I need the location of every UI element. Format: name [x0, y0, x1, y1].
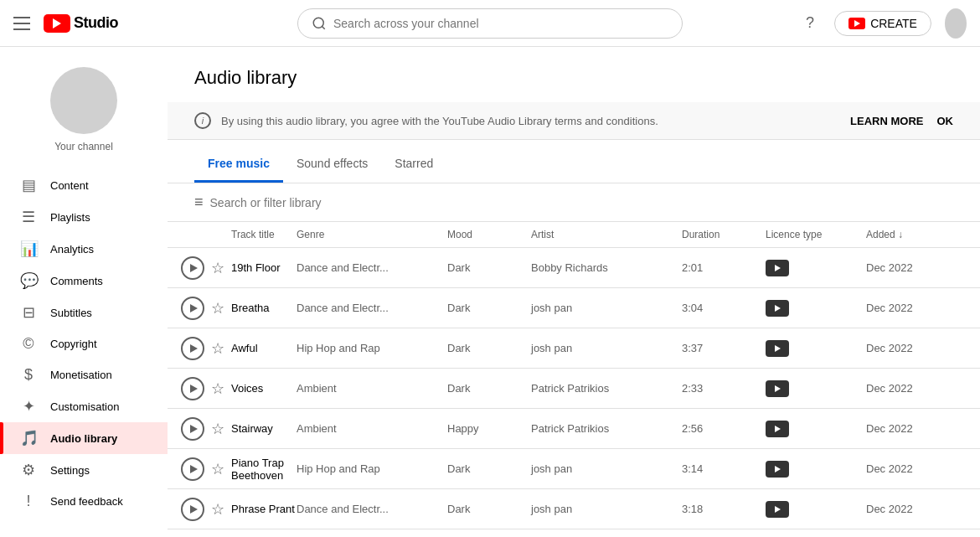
youtube-license-icon	[766, 300, 789, 317]
star-button[interactable]: ☆	[211, 420, 224, 438]
sidebar-item-settings[interactable]: ⚙ Settings	[0, 454, 168, 486]
track-added: Dec 2022	[866, 342, 967, 354]
star-button[interactable]: ☆	[211, 380, 224, 398]
learn-more-button[interactable]: LEARN MORE	[850, 115, 923, 127]
info-banner-left: i By using this audio library, you agree…	[194, 112, 658, 129]
info-banner-right: LEARN MORE OK	[850, 115, 953, 127]
play-button[interactable]	[181, 457, 204, 481]
page-header: Audio library	[168, 47, 980, 102]
track-duration: 3:04	[682, 302, 766, 314]
track-duration: 3:14	[682, 462, 766, 475]
header-search	[181, 8, 799, 39]
track-genre: Hip Hop and Rap	[297, 342, 447, 354]
logo-text: Studio	[74, 14, 118, 32]
track-artist: Patrick Patrikios	[531, 382, 682, 395]
sidebar-label-audio-library: Audio library	[50, 432, 117, 445]
star-button[interactable]: ☆	[211, 339, 224, 358]
sidebar-item-content[interactable]: ▤ Content	[0, 169, 168, 201]
track-license	[766, 501, 866, 518]
svg-line-1	[322, 26, 324, 28]
info-icon: i	[194, 112, 211, 129]
sidebar: Your channel ▤ Content ☰ Playlists 📊 Ana…	[0, 47, 168, 537]
tab-sound-effects[interactable]: Sound effects	[283, 147, 381, 183]
feedback-icon: !	[20, 493, 37, 510]
search-input[interactable]	[333, 17, 668, 30]
audio-library-icon: 🎵	[20, 429, 37, 447]
tab-free-music[interactable]: Free music	[194, 147, 283, 183]
search-box	[297, 8, 683, 39]
track-genre: Ambient	[297, 422, 447, 435]
sidebar-item-send-feedback[interactable]: ! Send feedback	[0, 486, 168, 517]
sidebar-item-customisation[interactable]: ✦ Customisation	[0, 390, 168, 422]
play-button[interactable]	[181, 377, 204, 400]
track-table: ☆ 19th Floor Dance and Electr... Dark Bo…	[168, 248, 980, 537]
col-header-genre: Genre	[297, 229, 447, 240]
track-title: Voices	[231, 382, 297, 395]
sidebar-item-monetisation[interactable]: $ Monetisation	[0, 359, 168, 390]
row-controls: ☆	[181, 498, 231, 521]
ok-button[interactable]: OK	[937, 115, 954, 127]
play-button[interactable]	[181, 417, 204, 441]
track-genre: Dance and Electr...	[297, 503, 447, 515]
create-label: CREATE	[870, 17, 917, 30]
track-artist: josh pan	[531, 302, 682, 314]
track-license	[766, 421, 866, 437]
avatar[interactable]	[945, 8, 967, 39]
star-button[interactable]: ☆	[211, 500, 224, 519]
profile-section: Your channel	[0, 54, 168, 169]
tab-starred[interactable]: Starred	[381, 147, 446, 183]
analytics-icon: 📊	[20, 240, 37, 258]
track-license	[766, 461, 866, 478]
profile-avatar[interactable]	[50, 67, 117, 134]
sidebar-item-audio-library[interactable]: 🎵 Audio library	[0, 422, 168, 454]
track-duration: 2:56	[682, 422, 766, 435]
track-license	[766, 380, 866, 397]
track-duration: 3:18	[682, 503, 766, 515]
track-artist: josh pan	[531, 342, 682, 354]
header-left: Studio	[13, 14, 181, 33]
sidebar-item-playlists[interactable]: ☰ Playlists	[0, 201, 168, 233]
play-button[interactable]	[181, 297, 204, 320]
row-controls: ☆	[181, 417, 231, 441]
help-button[interactable]: ?	[799, 8, 821, 39]
track-duration: 2:01	[682, 261, 766, 274]
track-title: Breatha	[231, 302, 297, 314]
sidebar-label-settings: Settings	[50, 464, 90, 477]
sidebar-label-customisation: Customisation	[50, 400, 119, 413]
table-row: ☆ Voices Ambient Dark Patrick Patrikios …	[168, 369, 980, 409]
star-button[interactable]: ☆	[211, 460, 224, 478]
play-button[interactable]	[181, 256, 204, 280]
col-header-controls	[181, 229, 231, 240]
track-mood: Dark	[447, 462, 531, 475]
menu-button[interactable]	[13, 17, 30, 30]
sidebar-label-content: Content	[50, 179, 89, 192]
customisation-icon: ✦	[20, 397, 37, 416]
track-license	[766, 300, 866, 317]
filter-input[interactable]	[210, 196, 953, 209]
star-button[interactable]: ☆	[211, 259, 224, 277]
track-mood: Dark	[447, 302, 531, 314]
info-banner: i By using this audio library, you agree…	[168, 102, 980, 140]
track-license	[766, 340, 866, 357]
track-added: Dec 2022	[866, 422, 967, 435]
play-button[interactable]	[181, 498, 204, 521]
create-button[interactable]: CREATE	[834, 11, 931, 36]
track-genre: Hip Hop and Rap	[297, 462, 447, 475]
sidebar-item-analytics[interactable]: 📊 Analytics	[0, 233, 168, 265]
search-icon	[312, 16, 327, 31]
star-button[interactable]: ☆	[211, 299, 224, 318]
create-icon	[848, 18, 865, 29]
track-artist: josh pan	[531, 462, 682, 475]
col-header-duration: Duration	[682, 229, 766, 240]
sidebar-item-subtitles[interactable]: ⊟ Subtitles	[0, 297, 168, 328]
logo[interactable]: Studio	[44, 14, 118, 33]
track-mood: Dark	[447, 503, 531, 515]
sidebar-item-comments[interactable]: 💬 Comments	[0, 265, 168, 297]
play-button[interactable]	[181, 337, 204, 360]
sidebar-item-copyright[interactable]: © Copyright	[0, 328, 168, 359]
col-header-added[interactable]: Added ↓	[866, 229, 967, 240]
col-header-license: Licence type	[766, 229, 866, 240]
track-title: Stairway	[231, 422, 297, 435]
sidebar-label-copyright: Copyright	[50, 338, 97, 350]
table-row: ☆ Piano Trap Beethoven Hip Hop and Rap D…	[168, 449, 980, 489]
